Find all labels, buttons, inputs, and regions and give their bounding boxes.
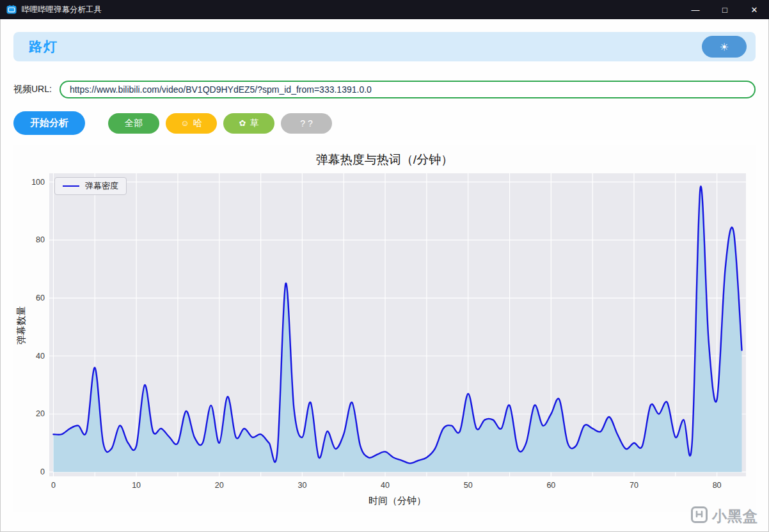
x-tick-label: 80: [713, 481, 722, 490]
y-tick-label: 60: [36, 293, 45, 302]
sun-icon: ☀: [720, 41, 729, 53]
legend-line-sample: [63, 185, 79, 187]
y-tick-label: 20: [36, 409, 45, 418]
filter-button-cao[interactable]: ✿ 草: [223, 113, 274, 134]
smile-icon: ☺: [180, 118, 189, 128]
y-tick-label: 0: [40, 467, 45, 476]
x-tick-label: 0: [51, 481, 56, 490]
minimize-button[interactable]: —: [681, 0, 710, 19]
window-controls: — □ ✕: [681, 0, 769, 19]
plot-area: 01020304050607080020406080100 弹幕数量 弹幕密度: [21, 171, 748, 494]
url-label: 视频URL:: [13, 84, 52, 95]
x-tick-label: 20: [215, 481, 224, 490]
x-tick-label: 50: [464, 481, 473, 490]
titlebar: 哔哩哔哩弹幕分析工具 — □ ✕: [0, 0, 769, 19]
chart-legend: 弹幕密度: [54, 177, 127, 195]
url-row: 视频URL:: [13, 81, 756, 98]
heybox-watermark: 小黑盒: [690, 506, 758, 526]
grass-icon: ✿: [239, 118, 246, 128]
legend-label: 弹幕密度: [85, 180, 118, 192]
plot-background: [49, 173, 746, 476]
toolbar: 开始分析 全部 ☺ 哈 ✿ 草 ? ?: [13, 111, 756, 135]
url-input[interactable]: [59, 81, 756, 98]
x-tick-label: 60: [546, 481, 555, 490]
bilibili-app-icon: [6, 4, 17, 15]
x-tick-label: 30: [297, 481, 306, 490]
x-tick-label: 40: [381, 481, 390, 490]
filter-button-unknown[interactable]: ? ?: [281, 113, 332, 134]
y-tick-label: 40: [36, 352, 45, 361]
danmaku-density-chart: 01020304050607080020406080100: [21, 171, 748, 494]
close-button[interactable]: ✕: [740, 0, 769, 19]
theme-toggle-button[interactable]: ☀: [702, 36, 747, 58]
y-tick-label: 100: [31, 178, 45, 187]
y-tick-label: 80: [36, 235, 45, 244]
main-content: 路灯 ☀ 视频URL: 开始分析 全部 ☺ 哈 ✿ 草 ? ? 弹幕热度与热词（…: [0, 19, 769, 532]
analyze-button[interactable]: 开始分析: [13, 111, 85, 135]
filter-label-cao: 草: [250, 118, 258, 129]
brand-title: 路灯: [29, 38, 58, 56]
filter-label-ha: 哈: [193, 118, 202, 129]
window-title: 哔哩哔哩弹幕分析工具: [22, 4, 102, 15]
x-tick-label: 10: [132, 481, 141, 490]
maximize-button[interactable]: □: [710, 0, 740, 19]
filter-button-ha[interactable]: ☺ 哈: [166, 113, 217, 134]
y-axis-label: 弹幕数量: [15, 306, 28, 345]
heybox-logo-icon: [690, 506, 708, 526]
watermark-text: 小黑盒: [712, 506, 758, 526]
x-tick-label: 70: [630, 481, 638, 490]
filter-button-all[interactable]: 全部: [108, 113, 159, 134]
x-axis-label: 时间（分钟）: [21, 494, 748, 509]
chart-card: 弹幕热度与热词（/分钟） 010203040506070800204060801…: [13, 145, 756, 512]
header-bar: 路灯 ☀: [13, 32, 756, 61]
chart-title: 弹幕热度与热词（/分钟）: [21, 149, 748, 171]
